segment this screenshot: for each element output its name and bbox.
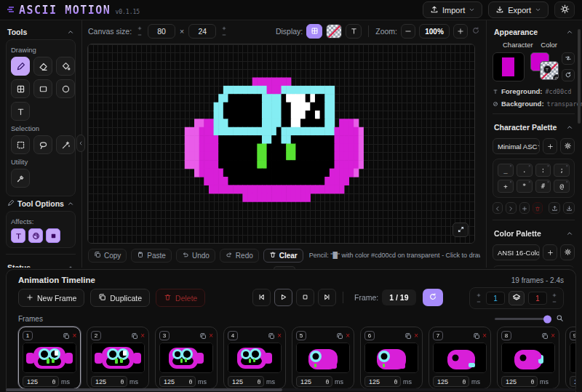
delete-frame-button[interactable]: Delete xyxy=(156,289,205,307)
duplicate-frame-icon[interactable] xyxy=(473,332,480,340)
export-button[interactable]: Export xyxy=(488,1,549,18)
character-palette-settings-button[interactable] xyxy=(560,138,575,154)
duplicate-frame-icon[interactable] xyxy=(131,332,138,340)
import-palette-button[interactable] xyxy=(563,202,575,214)
tool-options-header[interactable]: Tool Options xyxy=(6,196,76,211)
onion-next-input[interactable] xyxy=(528,292,547,305)
char-move-right-button[interactable] xyxy=(506,202,516,214)
timeline-horizontal-scrollbar[interactable] xyxy=(6,388,576,391)
frame-card[interactable]: 7×125ms xyxy=(428,327,491,389)
onion-next-stepper[interactable] xyxy=(551,293,558,304)
slider-thumb[interactable] xyxy=(543,315,551,323)
frame-duration-input[interactable]: 125 xyxy=(23,376,59,387)
duplicate-frame-button[interactable]: Duplicate xyxy=(90,289,150,307)
canvas-height-input[interactable] xyxy=(188,24,216,39)
play-button[interactable] xyxy=(274,289,292,306)
export-palette-button[interactable] xyxy=(549,202,560,214)
frame-card[interactable]: 1×125ms xyxy=(18,327,81,389)
reset-colors-button[interactable] xyxy=(562,69,575,81)
canvas-width-input[interactable] xyxy=(148,24,175,39)
toggle-text-button[interactable] xyxy=(346,24,362,39)
frame-duration-input[interactable]: 125 xyxy=(296,376,332,387)
skip-to-start-button[interactable] xyxy=(252,289,271,306)
tools-header[interactable]: Tools xyxy=(6,25,76,39)
frame-card[interactable]: 4×125ms xyxy=(223,327,286,389)
frame-size-slider[interactable] xyxy=(495,318,551,320)
affects-text-button[interactable] xyxy=(11,228,25,243)
duplicate-frame-icon[interactable] xyxy=(268,332,275,340)
frame-card[interactable]: 6×125ms xyxy=(360,327,423,389)
status-header[interactable]: Status xyxy=(6,260,76,268)
scrollbar-thumb[interactable] xyxy=(6,388,282,391)
drawing-canvas[interactable] xyxy=(88,44,474,243)
undo-button[interactable]: Undo xyxy=(176,249,215,263)
color-palette-select[interactable]: ANSI 16-Colo xyxy=(493,244,540,260)
onion-skin-toggle-button[interactable] xyxy=(509,291,525,305)
delete-frame-icon[interactable]: × xyxy=(414,332,418,340)
pencil-tool[interactable] xyxy=(11,57,30,76)
eraser-tool[interactable] xyxy=(33,57,52,76)
frame-duration-input[interactable]: 125 xyxy=(570,376,575,387)
fill-tool[interactable] xyxy=(56,57,75,76)
zoom-in-button[interactable] xyxy=(453,24,468,39)
frame-card[interactable]: 8×125ms xyxy=(497,327,559,389)
palette-character-button[interactable]: # xyxy=(535,180,551,193)
palette-character-button[interactable]: + xyxy=(498,180,514,193)
appearance-header[interactable]: Appearance xyxy=(493,25,575,39)
frame-card[interactable]: 5×125ms xyxy=(292,327,354,389)
delete-frame-icon[interactable]: × xyxy=(482,332,487,340)
frame-card[interactable]: 3×125ms xyxy=(155,327,218,389)
affects-color-button[interactable] xyxy=(28,228,43,243)
expand-canvas-button[interactable] xyxy=(453,223,469,237)
frame-duration-input[interactable]: 125 xyxy=(159,376,196,387)
add-color-palette-button[interactable] xyxy=(543,244,557,260)
palette-character-button[interactable]: _ xyxy=(498,164,514,177)
character-preview[interactable] xyxy=(493,52,525,81)
duplicate-frame-icon[interactable] xyxy=(63,332,70,340)
delete-character-button[interactable] xyxy=(533,202,543,214)
loop-toggle-button[interactable] xyxy=(423,289,443,306)
onion-prev-stepper[interactable] xyxy=(475,293,482,304)
palette-character-button[interactable]: : xyxy=(535,164,551,177)
height-stepper[interactable] xyxy=(220,26,228,37)
affects-background-button[interactable] xyxy=(46,228,60,243)
delete-frame-icon[interactable]: × xyxy=(551,332,555,340)
delete-frame-icon[interactable]: × xyxy=(346,332,350,340)
eyedropper-tool[interactable] xyxy=(11,169,30,188)
frame-duration-input[interactable]: 125 xyxy=(91,376,127,387)
text-tool[interactable] xyxy=(11,102,30,121)
frame-card[interactable]: 9×125ms xyxy=(565,327,575,389)
gradient-grid-tool[interactable] xyxy=(11,79,30,98)
zoom-reset-button[interactable] xyxy=(471,26,480,37)
frame-duration-input[interactable]: 125 xyxy=(364,376,401,387)
add-character-palette-button[interactable] xyxy=(543,138,557,154)
lasso-tool[interactable] xyxy=(33,135,52,154)
rect-select-tool[interactable] xyxy=(11,135,30,154)
duplicate-frame-icon[interactable] xyxy=(541,332,549,340)
delete-frame-icon[interactable]: × xyxy=(277,332,282,340)
copy-button[interactable]: Copy xyxy=(88,249,127,263)
delete-frame-icon[interactable]: × xyxy=(209,332,213,340)
right-panel-scrollbar[interactable] xyxy=(578,29,581,124)
magic-wand-tool[interactable] xyxy=(56,135,75,154)
palette-character-button[interactable]: ; xyxy=(554,164,570,177)
duplicate-frame-icon[interactable] xyxy=(404,332,412,340)
swap-colors-button[interactable] xyxy=(562,52,575,65)
clear-button[interactable]: Clear xyxy=(263,249,303,263)
collapse-left-panel-handle[interactable] xyxy=(76,135,85,152)
palette-character-button[interactable]: * xyxy=(517,180,533,193)
character-palette-select[interactable]: Minimal ASC xyxy=(493,138,540,154)
char-move-left-button[interactable] xyxy=(493,202,503,214)
import-button[interactable]: Import xyxy=(423,1,482,18)
toggle-transparency-button[interactable] xyxy=(326,24,342,39)
frame-duration-input[interactable]: 125 xyxy=(501,376,538,387)
rectangle-tool[interactable] xyxy=(33,79,52,98)
onion-prev-input[interactable] xyxy=(486,292,505,305)
duplicate-frame-icon[interactable] xyxy=(336,332,343,340)
character-palette-header[interactable]: Character Palette xyxy=(493,120,575,135)
delete-frame-icon[interactable]: × xyxy=(72,332,76,340)
new-frame-button[interactable]: New Frame xyxy=(18,289,84,307)
ellipse-tool[interactable] xyxy=(56,79,75,98)
toggle-grid-button[interactable] xyxy=(306,24,322,39)
width-stepper[interactable] xyxy=(136,26,143,37)
